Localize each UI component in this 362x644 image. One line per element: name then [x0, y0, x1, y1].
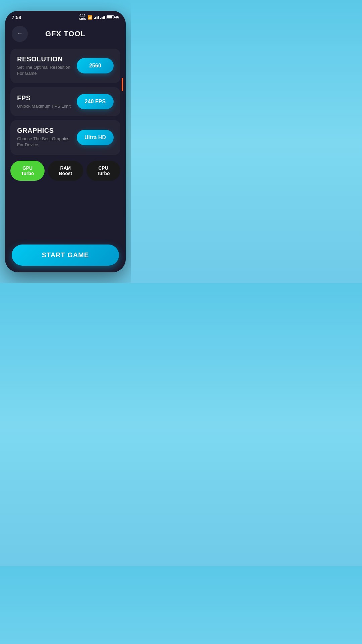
page-title: GFX TOOL — [45, 30, 85, 38]
battery-tip — [114, 16, 115, 18]
signal-bars-1 — [94, 16, 99, 19]
graphics-value-button[interactable]: Ultra HD — [77, 130, 114, 145]
network-speed: 0.13 KB/S — [79, 14, 86, 21]
battery-level: 46 — [115, 15, 119, 19]
back-arrow-icon: ← — [17, 30, 23, 37]
battery-fill — [107, 16, 112, 18]
start-game-button[interactable]: START GAME — [12, 245, 119, 266]
fps-card-text: FPS Unlock Maximum FPS Limit — [17, 94, 77, 109]
status-icons: 0.13 KB/S 📶 46 — [79, 14, 119, 21]
ram-boost-label: RAM Boost — [59, 165, 72, 176]
gpu-turbo-label: GPU Turbo — [21, 165, 34, 176]
toggle-row: GPU Turbo RAM Boost CPU Turbo — [10, 159, 120, 182]
fps-value-button[interactable]: 240 FPS — [77, 94, 114, 109]
bottom-section: START GAME — [5, 241, 126, 272]
graphics-card: GRAPHICS Choose The Best Graphics For De… — [10, 120, 120, 155]
battery-icon — [107, 15, 114, 19]
header: ← GFX TOOL — [5, 22, 126, 47]
resolution-title: RESOLUTION — [17, 55, 77, 63]
main-content: RESOLUTION Set The Optimal Resolution Fo… — [5, 47, 126, 241]
signal-bars-2 — [100, 16, 105, 19]
phone-frame: 7:58 0.13 KB/S 📶 — [5, 11, 126, 272]
phone-screen: 7:58 0.13 KB/S 📶 — [5, 11, 126, 272]
graphics-description: Choose The Best Graphics For Device — [17, 136, 77, 148]
scroll-indicator — [122, 78, 123, 91]
fps-title: FPS — [17, 94, 77, 102]
status-bar: 7:58 0.13 KB/S 📶 — [5, 11, 126, 22]
graphics-title: GRAPHICS — [17, 127, 77, 135]
back-button[interactable]: ← — [12, 26, 28, 42]
resolution-value-button[interactable]: 2560 — [77, 58, 114, 73]
resolution-card-text: RESOLUTION Set The Optimal Resolution Fo… — [17, 55, 77, 76]
cpu-turbo-label: CPU Turbo — [97, 165, 110, 176]
fps-card: FPS Unlock Maximum FPS Limit 240 FPS — [10, 87, 120, 116]
resolution-description: Set The Optimal Resolution For Game — [17, 64, 77, 76]
resolution-card: RESOLUTION Set The Optimal Resolution Fo… — [10, 49, 120, 83]
status-time: 7:58 — [12, 15, 21, 20]
graphics-card-text: GRAPHICS Choose The Best Graphics For De… — [17, 127, 77, 148]
fps-description: Unlock Maximum FPS Limit — [17, 103, 77, 109]
wifi-icon: 📶 — [87, 15, 93, 20]
cpu-turbo-button[interactable]: CPU Turbo — [86, 161, 121, 181]
ram-boost-button[interactable]: RAM Boost — [48, 161, 83, 181]
gpu-turbo-button[interactable]: GPU Turbo — [10, 161, 45, 181]
